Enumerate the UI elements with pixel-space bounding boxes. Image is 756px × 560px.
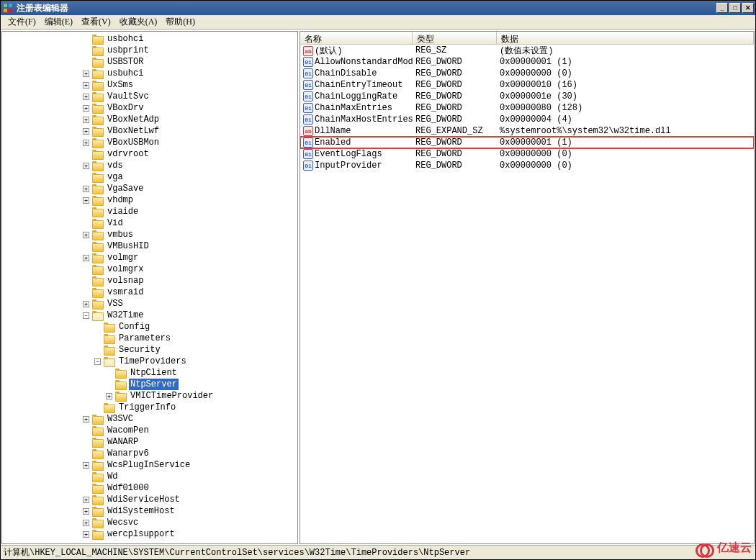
- tree-label[interactable]: vsmraid: [106, 286, 145, 298]
- tree-label[interactable]: VBoxUSBMon: [106, 137, 161, 148]
- values-panel[interactable]: 名称 类型 数据 ab(默认)REG_SZ(数值未设置)01AllowNonst…: [300, 31, 755, 544]
- tree-node-wdiservicehost[interactable]: +WdiServiceHost: [2, 494, 297, 505]
- tree-label[interactable]: NtpClient: [129, 367, 179, 379]
- expander-icon[interactable]: -: [94, 358, 101, 365]
- tree-node-wecsvc[interactable]: +Wecsvc: [2, 517, 297, 528]
- tree-label[interactable]: WacomPen: [106, 425, 150, 436]
- tree-node-wcspluginservice[interactable]: +WcsPlugInService: [2, 459, 297, 471]
- value-row[interactable]: 01AllowNonstandardMod...REG_DWORD0x00000…: [300, 56, 754, 68]
- tree-label[interactable]: volmgrx: [106, 263, 145, 275]
- value-row[interactable]: ab(默认)REG_SZ(数值未设置): [300, 45, 754, 56]
- close-button[interactable]: ✕: [742, 3, 754, 13]
- tree-node-ntpclient[interactable]: NtpClient: [2, 367, 297, 379]
- expander-icon[interactable]: +: [83, 128, 89, 135]
- tree-node-vaultsvc[interactable]: +VaultSvc: [2, 91, 297, 102]
- tree-label[interactable]: Vid: [106, 217, 125, 229]
- tree-label[interactable]: VBoxNetAdp: [106, 114, 161, 125]
- tree-node-vboxnetadp[interactable]: +VBoxNetAdp: [2, 114, 297, 125]
- tree-node-vmbus[interactable]: +vmbus: [2, 229, 297, 240]
- tree-node-vdrvroot[interactable]: vdrvroot: [2, 148, 297, 160]
- header-data[interactable]: 数据: [497, 32, 754, 44]
- expander-icon[interactable]: +: [83, 301, 89, 307]
- expander-icon[interactable]: +: [83, 416, 89, 423]
- tree-node-wacompen[interactable]: WacomPen: [2, 425, 297, 436]
- value-row[interactable]: 01ChainMaxHostEntriesREG_DWORD0x00000004…: [300, 114, 754, 125]
- value-row[interactable]: 01EventLogFlagsREG_DWORD0x00000000 (0): [300, 148, 754, 160]
- tree-node-wanarp[interactable]: WANARP: [2, 436, 297, 448]
- menu-file[interactable]: 文件(F): [4, 14, 40, 30]
- tree-label[interactable]: Wanarpv6: [106, 448, 150, 459]
- tree-node-config[interactable]: Config: [2, 321, 297, 333]
- tree-node-w32time[interactable]: -W32Time: [2, 310, 297, 321]
- tree-label[interactable]: usbprint: [106, 45, 150, 56]
- tree-label[interactable]: VaultSvc: [106, 91, 150, 102]
- titlebar[interactable]: 注册表编辑器 _ □ ✕: [1, 1, 755, 15]
- tree-label[interactable]: W32Time: [106, 310, 145, 321]
- header-type[interactable]: 类型: [413, 32, 497, 44]
- tree-node-wd[interactable]: Wd: [2, 471, 297, 482]
- tree-node-vboxusbmon[interactable]: +VBoxUSBMon: [2, 137, 297, 148]
- tree-label[interactable]: VBoxDrv: [106, 102, 145, 114]
- tree-label[interactable]: WdiSystemHost: [106, 505, 176, 517]
- tree-label[interactable]: Parameters: [117, 333, 172, 344]
- value-row[interactable]: 01ChainLoggingRateREG_DWORD0x0000001e (3…: [300, 91, 754, 102]
- tree-label[interactable]: WdiServiceHost: [106, 494, 181, 505]
- value-row[interactable]: abDllNameREG_EXPAND_SZ%systemroot%\syste…: [300, 125, 754, 137]
- menu-edit[interactable]: 编辑(E): [40, 14, 77, 30]
- tree-node-vboxnetlwf[interactable]: +VBoxNetLwf: [2, 125, 297, 137]
- tree-node-w3svc[interactable]: +W3SVC: [2, 413, 297, 425]
- tree-label[interactable]: vds: [106, 160, 125, 171]
- tree-label[interactable]: UxSms: [106, 79, 135, 91]
- tree-node-volmgrx[interactable]: volmgrx: [2, 263, 297, 275]
- expander-icon[interactable]: +: [83, 117, 89, 123]
- tree-node-wdf01000[interactable]: Wdf01000: [2, 482, 297, 494]
- expander-icon[interactable]: +: [83, 186, 89, 192]
- tree-label[interactable]: wercplsupport: [106, 528, 176, 540]
- tree-node-wercplsupport[interactable]: +wercplsupport: [2, 528, 297, 540]
- tree-node-triggerinfo[interactable]: TriggerInfo: [2, 402, 297, 413]
- expander-icon[interactable]: +: [83, 255, 89, 261]
- tree-label[interactable]: usbohci: [106, 33, 145, 45]
- menu-view[interactable]: 查看(V): [77, 14, 115, 30]
- tree-label[interactable]: Security: [117, 344, 162, 356]
- tree-label[interactable]: Config: [117, 321, 151, 333]
- expander-icon[interactable]: +: [83, 232, 89, 238]
- value-row[interactable]: 01InputProviderREG_DWORD0x00000000 (0): [300, 160, 754, 171]
- menu-help[interactable]: 帮助(H): [161, 14, 199, 30]
- tree-node-uxsms[interactable]: +UxSms: [2, 79, 297, 91]
- tree-label[interactable]: usbuhci: [106, 68, 145, 79]
- tree-label[interactable]: VSS: [106, 298, 125, 310]
- tree-label[interactable]: VMBusHID: [106, 240, 150, 252]
- tree-node-parameters[interactable]: Parameters: [2, 333, 297, 344]
- expander-icon[interactable]: +: [83, 197, 89, 204]
- tree-label[interactable]: VgaSave: [106, 183, 145, 194]
- tree-label[interactable]: NtpServer: [129, 379, 179, 390]
- tree-label[interactable]: vdrvroot: [106, 148, 150, 160]
- tree-node-usbprint[interactable]: usbprint: [2, 45, 297, 56]
- value-row[interactable]: 01ChainMaxEntriesREG_DWORD0x00000080 (12…: [300, 102, 754, 114]
- tree-panel[interactable]: usbohciusbprintUSBSTOR+usbuhci+UxSms+Vau…: [1, 31, 298, 544]
- tree-label[interactable]: TimeProviders: [117, 356, 188, 367]
- tree-node-viaide[interactable]: viaide: [2, 206, 297, 217]
- expander-icon[interactable]: +: [83, 94, 89, 100]
- tree-node-wdisystemhost[interactable]: +WdiSystemHost: [2, 505, 297, 517]
- tree-node-vboxdrv[interactable]: +VBoxDrv: [2, 102, 297, 114]
- tree-label[interactable]: Wd: [106, 471, 119, 482]
- tree-node-usbohci[interactable]: usbohci: [2, 33, 297, 45]
- expander-icon[interactable]: +: [83, 462, 89, 469]
- tree-label[interactable]: TriggerInfo: [117, 402, 177, 413]
- tree-node-vid[interactable]: Vid: [2, 217, 297, 229]
- tree-label[interactable]: volsnap: [106, 275, 145, 286]
- tree-label[interactable]: volmgr: [106, 252, 140, 263]
- expander-icon[interactable]: +: [83, 508, 89, 515]
- tree-node-ntpserver[interactable]: NtpServer: [2, 379, 297, 390]
- tree-node-vhdmp[interactable]: +vhdmp: [2, 194, 297, 206]
- expander-icon[interactable]: +: [83, 497, 89, 503]
- expander-icon[interactable]: +: [83, 163, 89, 169]
- tree-node-vmictimeprovider[interactable]: +VMICTimeProvider: [2, 390, 297, 402]
- value-row[interactable]: 01EnabledREG_DWORD0x00000001 (1): [300, 137, 754, 148]
- tree-label[interactable]: WcsPlugInService: [106, 459, 192, 471]
- tree-node-volmgr[interactable]: +volmgr: [2, 252, 297, 263]
- expander-icon[interactable]: -: [83, 312, 89, 319]
- expander-icon[interactable]: +: [83, 82, 89, 89]
